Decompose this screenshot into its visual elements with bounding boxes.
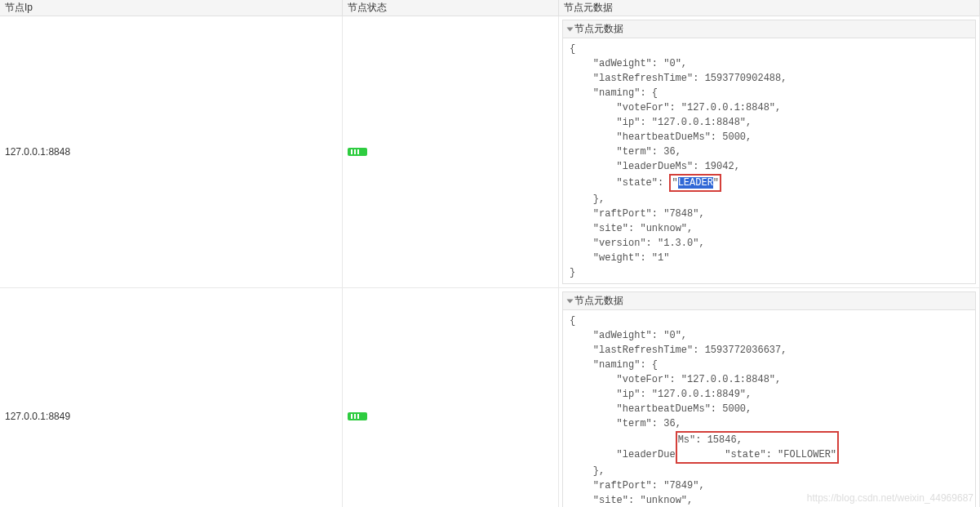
status-up-icon xyxy=(348,148,367,156)
chevron-down-icon xyxy=(567,27,574,31)
table-row: 127.0.0.1:8848 节点元数据 { "adWeight": "0", … xyxy=(0,16,980,288)
meta-panel-title: 节点元数据 xyxy=(574,22,623,36)
cell-status xyxy=(343,288,559,507)
status-up-icon xyxy=(348,412,367,420)
state-leader-value: LEADER xyxy=(678,177,713,189)
cluster-nodes-table: 节点Ip 节点状态 节点元数据 127.0.0.1:8848 节点元数据 { "… xyxy=(0,0,980,507)
cell-ip: 127.0.0.1:8849 xyxy=(0,288,343,507)
state-highlight-box: Ms": 15846, "state": "FOLLOWER" xyxy=(676,431,839,464)
header-meta[interactable]: 节点元数据 xyxy=(559,0,980,16)
cell-ip: 127.0.0.1:8848 xyxy=(0,16,343,287)
header-status[interactable]: 节点状态 xyxy=(343,0,559,16)
meta-panel-header[interactable]: 节点元数据 xyxy=(563,292,975,310)
meta-panel-title: 节点元数据 xyxy=(574,294,623,308)
meta-json[interactable]: { "adWeight": "0", "lastRefreshTime": 15… xyxy=(563,310,975,507)
table-row: 127.0.0.1:8849 节点元数据 { "adWeight": "0", … xyxy=(0,288,980,507)
meta-panel: 节点元数据 { "adWeight": "0", "lastRefreshTim… xyxy=(562,291,976,507)
meta-panel-header[interactable]: 节点元数据 xyxy=(563,20,975,38)
header-ip[interactable]: 节点Ip xyxy=(0,0,343,16)
cell-meta: 节点元数据 { "adWeight": "0", "lastRefreshTim… xyxy=(559,16,980,287)
cell-meta: 节点元数据 { "adWeight": "0", "lastRefreshTim… xyxy=(559,288,980,507)
meta-json[interactable]: { "adWeight": "0", "lastRefreshTime": 15… xyxy=(563,38,975,283)
state-follower-value: FOLLOWER xyxy=(783,449,831,460)
cell-status xyxy=(343,16,559,287)
chevron-down-icon xyxy=(567,299,574,303)
table-header-row: 节点Ip 节点状态 节点元数据 xyxy=(0,0,980,16)
state-highlight-box: "LEADER" xyxy=(669,174,721,192)
meta-panel: 节点元数据 { "adWeight": "0", "lastRefreshTim… xyxy=(562,20,976,284)
